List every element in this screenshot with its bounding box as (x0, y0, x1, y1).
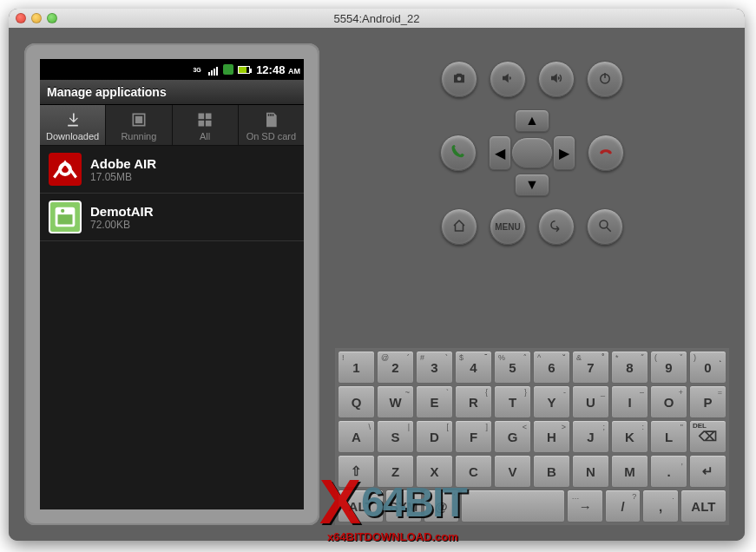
app-icon (49, 153, 82, 186)
key-r[interactable]: {R (455, 385, 492, 418)
tab-all[interactable]: All (173, 105, 239, 146)
key-3[interactable]: #̀3 (416, 351, 453, 384)
key-5[interactable]: %̂5 (494, 351, 531, 384)
key-4[interactable]: $̄4 (455, 351, 492, 384)
minimize-icon[interactable] (31, 13, 42, 23)
dpad-up-button[interactable]: ▲ (515, 109, 549, 132)
key-w[interactable]: ~W (377, 385, 414, 418)
key-l[interactable]: "L (650, 420, 687, 453)
key-v[interactable]: V (494, 455, 531, 488)
call-button[interactable] (440, 135, 477, 171)
key-.[interactable]: ,. (650, 455, 687, 488)
app-size: 72.00KB (90, 219, 154, 231)
key-1[interactable]: !1 (338, 351, 375, 384)
svg-rect-4 (206, 114, 212, 120)
key-@[interactable]: '@ (424, 490, 459, 522)
key-o[interactable]: +O (650, 385, 687, 418)
device-screen[interactable]: 3G 12:48 AM Manage applications Download… (40, 59, 304, 509)
network-3g-icon: 3G (190, 63, 204, 76)
key-7[interactable]: &̊7 (572, 351, 609, 384)
app-icon (49, 200, 82, 233)
key-n[interactable]: N (572, 455, 609, 488)
tab-label: All (173, 131, 238, 141)
key-j[interactable]: ;J (572, 420, 609, 453)
app-list[interactable]: Adobe AIR 17.05MB DemotAIR 72.00KB (40, 146, 304, 509)
svg-rect-0 (223, 64, 233, 75)
zoom-icon[interactable] (47, 13, 57, 23)
key-q[interactable]: Q (338, 385, 375, 418)
key-c[interactable]: C (455, 455, 492, 488)
tab-label: On SD card (239, 131, 304, 141)
key-↵[interactable]: ↵ (689, 455, 726, 488)
key-m[interactable]: M (611, 455, 648, 488)
tab-on-sd-card[interactable]: On SD card (239, 105, 304, 146)
key-a[interactable]: \A (338, 420, 375, 453)
back-icon (549, 218, 564, 236)
key-f[interactable]: ]F (455, 420, 492, 453)
signal-icon (206, 63, 220, 76)
endcall-button[interactable] (588, 135, 624, 171)
back-button[interactable] (538, 208, 575, 245)
home-button[interactable] (441, 208, 477, 245)
key-2[interactable]: @́2 (377, 351, 414, 384)
svg-point-11 (61, 209, 64, 213)
key-z[interactable]: Z (377, 455, 414, 488)
emulator-body: 3G 12:48 AM Manage applications Download… (9, 28, 745, 541)
app-row[interactable]: Adobe AIR 17.05MB (40, 146, 304, 194)
camera-button[interactable] (441, 61, 477, 97)
key-g[interactable]: <G (494, 420, 531, 453)
dpad-center-button[interactable] (511, 137, 553, 168)
controls-panel: ▲ ▼ ◀ ▶ MENU !1@́2#̀3$̄4%̂5^̆6&̊7*̋8(̌9)… (335, 43, 729, 525)
key-/[interactable]: ?/ (605, 490, 641, 522)
app-name: Adobe AIR (90, 156, 156, 171)
key-i[interactable]: –I (611, 385, 648, 418)
tab-downloaded[interactable]: Downloaded (40, 105, 106, 146)
dpad-down-button[interactable]: ▼ (515, 174, 549, 196)
key-del[interactable]: ⌫DEL (689, 420, 726, 453)
search-button[interactable] (587, 208, 623, 245)
volume-down-icon (500, 70, 516, 89)
power-button[interactable] (587, 61, 623, 97)
key-6[interactable]: ^̆6 (533, 351, 570, 384)
key-,[interactable]: ., (642, 490, 678, 522)
key-9[interactable]: (̌9 (650, 351, 687, 384)
tab-label: Downloaded (40, 131, 105, 141)
volume-down-button[interactable] (490, 61, 526, 97)
key-p[interactable]: =P (689, 385, 726, 418)
key-8[interactable]: *̋8 (611, 351, 648, 384)
tab-bar: DownloadedRunningAllOn SD card (40, 105, 304, 146)
keyboard: !1@́2#̀3$̄4%̂5^̆6&̊7*̋8(̌9)̨0Q~W`E{R}T-Y… (335, 348, 729, 525)
key-sym[interactable]: SYM (385, 490, 421, 522)
tab-label: Running (106, 131, 171, 141)
key-⇧[interactable]: ⇧ (338, 455, 375, 488)
key-0[interactable]: )̨0 (689, 351, 726, 384)
menu-button[interactable]: MENU (490, 208, 526, 245)
svg-rect-2 (135, 116, 142, 123)
key-space[interactable] (461, 490, 565, 522)
key-d[interactable]: [D (416, 420, 453, 453)
key-alt[interactable]: ALT (680, 490, 726, 522)
dpad-right-button[interactable]: ▶ (553, 135, 575, 170)
clock: 12:48 AM (256, 63, 300, 76)
key-u[interactable]: _U (572, 385, 609, 418)
key-b[interactable]: B (533, 455, 570, 488)
close-icon[interactable] (16, 13, 26, 23)
key-x[interactable]: X (416, 455, 453, 488)
key-→[interactable]: …→ (567, 490, 602, 522)
emulator-window: 5554:Android_22 3G 12:48 AM Manage appli… (9, 9, 745, 541)
app-size: 17.05MB (90, 171, 156, 183)
tab-running[interactable]: Running (106, 105, 172, 146)
key-alt[interactable]: ALT (338, 490, 384, 522)
dpad-left-button[interactable]: ◀ (489, 135, 511, 170)
key-t[interactable]: }T (494, 385, 531, 418)
dpad: ▲ ▼ ◀ ▶ (489, 109, 575, 196)
key-h[interactable]: >H (533, 420, 570, 453)
app-row[interactable]: DemotAIR 72.00KB (40, 194, 304, 241)
volume-up-button[interactable] (538, 61, 575, 97)
key-s[interactable]: |S (377, 420, 414, 453)
svg-rect-10 (58, 214, 73, 224)
power-icon (597, 70, 613, 89)
key-e[interactable]: `E (416, 385, 453, 418)
key-k[interactable]: :K (611, 420, 648, 453)
key-y[interactable]: -Y (533, 385, 570, 418)
